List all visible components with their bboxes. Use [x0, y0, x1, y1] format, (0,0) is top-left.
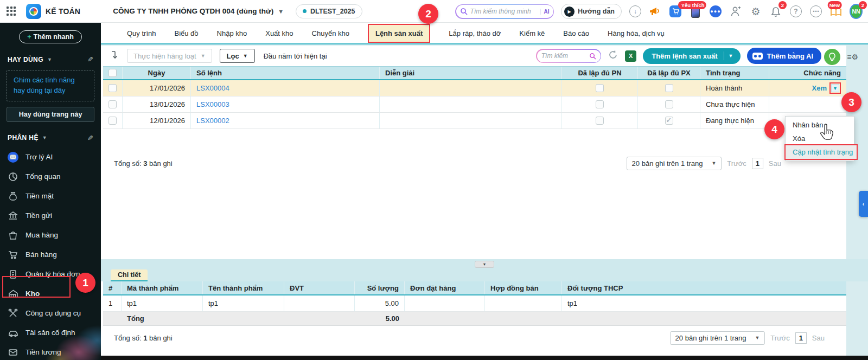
order-code-link[interactable]: LSX00002 [196, 117, 229, 125]
tab-lenh-san-xuat[interactable]: Lệnh sản xuất [368, 24, 430, 43]
table-search-input[interactable]: Tìm kiếm [536, 49, 601, 63]
col-ngay[interactable]: Ngày [123, 67, 191, 79]
chevron-down-icon: ▼ [729, 53, 737, 59]
company-name[interactable]: CÔNG TY TNHH PHÒNG QTDH 004 (dùng thử) [113, 7, 273, 15]
bell-icon[interactable]: 2 [769, 5, 782, 18]
page-number[interactable]: 1 [795, 332, 807, 344]
menu-item-nhan-ban[interactable]: Nhân bản [786, 118, 854, 132]
favorite-app-icon[interactable]: Yêu thích [689, 5, 702, 18]
col-don-dat-hang[interactable]: Đơn đặt hàng [405, 281, 485, 294]
chevron-down-icon: ▼ [755, 335, 760, 340]
sidebar-item-tien-mat[interactable]: Tiền mặt [0, 187, 101, 206]
row-checkbox[interactable] [108, 100, 117, 108]
view-settings-icon[interactable]: ≡⚙ [847, 53, 858, 61]
sidebar-item-ban-hang[interactable]: Bán hàng [0, 245, 101, 265]
quick-add-button[interactable]: +Thêm nhanh [19, 30, 82, 43]
order-code-link[interactable]: LSX00003 [196, 100, 229, 108]
tab-chuyen-kho[interactable]: Chuyển kho [312, 29, 349, 37]
prev-page-button[interactable]: Trước [770, 334, 790, 342]
col-doi-tuong-thcp[interactable]: Đối tượng THCP [562, 281, 846, 294]
table-row[interactable]: 12/01/2026 LSX00002 Đang thực hiện [103, 113, 846, 129]
modules-section-header[interactable]: PHÂN HỆ ▼ ✎ [0, 134, 101, 142]
edit-pencil-icon[interactable]: ✎ [87, 134, 93, 142]
megaphone-icon[interactable] [649, 5, 662, 18]
sort-icon[interactable] [110, 50, 118, 62]
export-excel-icon[interactable]: X [625, 50, 636, 62]
gear-icon[interactable]: ⚙ [749, 5, 762, 18]
select-all-checkbox[interactable] [108, 69, 117, 77]
sidebar-item-cong-cu-dung-cu[interactable]: Công cụ dụng cụ [0, 304, 101, 323]
tab-bieu-do[interactable]: Biểu đồ [174, 29, 198, 37]
app-launcher-icon[interactable] [7, 7, 16, 16]
col-tinh-trang[interactable]: Tình trạng [700, 67, 769, 79]
order-code-link[interactable]: LSX00004 [196, 84, 229, 92]
tips-bulb-icon[interactable] [824, 49, 840, 65]
view-link[interactable]: Xem [812, 84, 827, 92]
col-chuc-nang[interactable]: Chức năng [769, 67, 846, 79]
collapse-panel-handle[interactable]: ‹ [859, 191, 868, 217]
col-dien-giai[interactable]: Diễn giải [380, 67, 562, 79]
sidebar-item-tong-quan[interactable]: Tổng quan [0, 167, 101, 187]
chevron-down-icon[interactable]: ▼ [278, 8, 284, 15]
sidebar-item-tai-san-co-dinh[interactable]: Tài sản cố định [0, 323, 101, 343]
collapse-detail-button[interactable]: ▼ [475, 261, 494, 268]
page-number[interactable]: 1 [752, 158, 763, 169]
filter-button[interactable]: Lọc ▼ [220, 49, 255, 63]
col-so-luong[interactable]: Số lượng [355, 281, 405, 294]
table-row[interactable]: 17/01/2026 LSX00004 Hoàn thành Xem ▼ [103, 80, 846, 97]
whats-new-icon[interactable]: New [829, 5, 843, 18]
col-hop-dong-ban[interactable]: Hợp đồng bán [485, 281, 562, 294]
next-page-button[interactable]: Sau [812, 334, 825, 342]
col-ten-thanh-pham[interactable]: Tên thành phẩm [203, 281, 284, 294]
action-caret-button[interactable]: ▼ [831, 84, 839, 92]
table-row[interactable]: 13/01/2026 LSX00003 Chưa thực hiện [103, 97, 846, 113]
tab-bao-cao[interactable]: Báo cáo [563, 29, 589, 37]
tab-hang-hoa-dich-vu[interactable]: Hàng hóa, dịch vụ [608, 29, 665, 37]
prev-page-button[interactable]: Trước [727, 159, 746, 168]
batch-action-dropdown[interactable]: Thực hiện hàng loạt ▼ [127, 49, 212, 63]
tab-xuat-kho[interactable]: Xuất kho [265, 29, 293, 37]
chat-icon[interactable]: ●●● [709, 5, 722, 18]
orders-pagination: 20 bản ghi trên 1 trang ▼ Trước 1 Sau [627, 157, 781, 170]
pin-hint[interactable]: Ghim các tính năng hay dùng tại đây [7, 70, 94, 101]
col-da-lap-du-px[interactable]: Đã lập đủ PX [638, 67, 700, 79]
guide-button[interactable]: ▶ Hướng dẫn [561, 4, 622, 19]
col-so-lenh[interactable]: Số lệnh [191, 67, 380, 79]
sidebar-item-tien-gui[interactable]: Tiền gửi [0, 206, 101, 226]
help-icon[interactable]: ? [789, 5, 802, 18]
total-label: Tổng số: [114, 159, 142, 168]
col-da-lap-du-pn[interactable]: Đã lập đủ PN [562, 67, 638, 79]
download-icon[interactable]: ↓ [629, 5, 642, 18]
more-icon[interactable]: ⋯ [809, 5, 822, 18]
page-size-select[interactable]: 20 bản ghi trên 1 trang ▼ [627, 157, 722, 170]
tab-lap-rap-thao-do[interactable]: Lắp ráp, tháo dỡ [449, 29, 501, 37]
database-selector[interactable]: DLTEST_2025 [296, 4, 362, 18]
sidebar-item-tro-ly-ai[interactable]: Trợ lý AI [0, 147, 101, 167]
tab-nhap-kho[interactable]: Nhập kho [217, 29, 247, 37]
row-checkbox[interactable] [108, 84, 117, 92]
smart-search-input[interactable]: Tìm kiếm thông minh AI [455, 4, 554, 19]
next-page-button[interactable]: Sau [769, 159, 781, 168]
sidebar-item-tien-luong[interactable]: Tiền lương [0, 343, 101, 360]
col-ma-thanh-pham[interactable]: Mã thành phẩm [122, 281, 203, 294]
edit-pencil-icon[interactable]: ✎ [87, 55, 93, 63]
tab-chi-tiet[interactable]: Chi tiết [111, 269, 148, 281]
add-with-ai-button[interactable]: Thêm bằng AI [747, 48, 821, 64]
database-status-dot [303, 9, 307, 13]
frequent-section-header[interactable]: HAY DÙNG ▼ ✎ [0, 55, 101, 63]
menu-item-cap-nhat-tinh-trang[interactable]: Cập nhật tình trạng [786, 145, 857, 159]
page-size-select[interactable]: 20 bản ghi trên 1 trang ▼ [670, 331, 765, 345]
detail-row[interactable]: 1 tp1 tp1 5.00 tp1 [103, 295, 846, 312]
tab-kiem-ke[interactable]: Kiểm kê [519, 29, 545, 37]
menu-item-xoa[interactable]: Xóa [786, 132, 854, 145]
sidebar-item-mua-hang[interactable]: Mua hàng [0, 226, 101, 245]
add-user-icon[interactable] [729, 5, 742, 18]
tab-quy-trinh[interactable]: Quy trình [127, 29, 156, 37]
frequent-page-button[interactable]: Hay dùng trang này [7, 107, 94, 122]
user-avatar[interactable]: 2 NN [850, 5, 863, 18]
add-order-button[interactable]: Thêm lệnh sản xuất ▼ [643, 48, 740, 64]
row-checkbox[interactable] [108, 117, 117, 125]
col-dvt[interactable]: ĐVT [284, 281, 355, 294]
refresh-icon[interactable] [608, 49, 618, 62]
period-label[interactable]: Đầu năm tới hiện tại [264, 52, 327, 60]
